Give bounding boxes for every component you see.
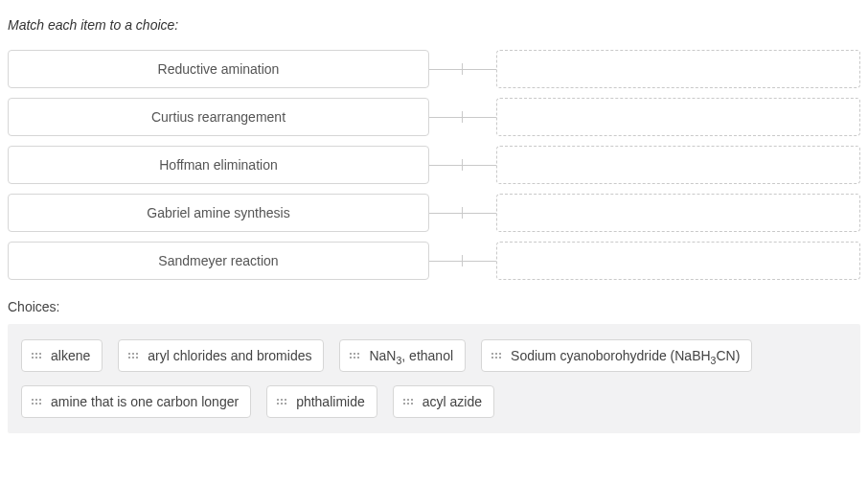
- item-label: Gabriel amine synthesis: [147, 205, 289, 220]
- choice-chip-aryl-chlorides-bromides[interactable]: aryl chlorides and bromides: [118, 339, 324, 372]
- drag-handle-icon: [491, 353, 501, 359]
- connector-line: [429, 242, 496, 280]
- choice-label: acyl azide: [423, 394, 482, 409]
- choice-label: Sodium cyanoborohydride (NaBH3CN): [511, 348, 740, 363]
- drag-handle-icon: [403, 399, 413, 405]
- drop-zone[interactable]: [496, 242, 860, 280]
- item-label: Curtius rearrangement: [151, 109, 286, 125]
- match-row: Hoffman elimination: [8, 146, 860, 184]
- item-box-curtius-rearrangement: Curtius rearrangement: [8, 98, 429, 136]
- match-row: Sandmeyer reaction: [8, 242, 860, 280]
- drop-zone[interactable]: [496, 98, 860, 136]
- choice-chip-phthalimide[interactable]: phthalimide: [266, 385, 377, 418]
- choice-label: NaN3, ethanol: [369, 348, 453, 363]
- drag-handle-icon: [32, 353, 41, 359]
- choice-chip-alkene[interactable]: alkene: [21, 339, 103, 372]
- drop-zone[interactable]: [496, 50, 860, 88]
- item-box-gabriel-amine-synthesis: Gabriel amine synthesis: [8, 194, 429, 232]
- choice-chip-sodium-cyanoborohydride[interactable]: Sodium cyanoborohydride (NaBH3CN): [481, 339, 752, 372]
- item-box-reductive-amination: Reductive amination: [8, 50, 429, 88]
- choices-inner: alkene aryl chlorides and bromides NaN3,…: [21, 339, 847, 418]
- connector-line: [429, 146, 496, 184]
- choice-label: aryl chlorides and bromides: [148, 348, 311, 363]
- drop-zone[interactable]: [496, 146, 860, 184]
- item-box-sandmeyer-reaction: Sandmeyer reaction: [8, 242, 429, 280]
- item-label: Hoffman elimination: [159, 157, 277, 173]
- item-label: Sandmeyer reaction: [158, 253, 278, 268]
- match-row: Reductive amination: [8, 50, 860, 88]
- item-label: Reductive amination: [158, 61, 280, 77]
- drag-handle-icon: [128, 353, 138, 359]
- connector-line: [429, 50, 496, 88]
- connector-line: [429, 194, 496, 232]
- choice-label: alkene: [51, 348, 90, 363]
- item-box-hoffman-elimination: Hoffman elimination: [8, 146, 429, 184]
- drop-zone[interactable]: [496, 194, 860, 232]
- drag-handle-icon: [350, 353, 359, 359]
- match-rows: Reductive amination Curtius rearrangemen…: [8, 50, 860, 280]
- choice-chip-acyl-azide[interactable]: acyl azide: [393, 385, 494, 418]
- choice-chip-amine-one-carbon-longer[interactable]: amine that is one carbon longer: [21, 385, 251, 418]
- choices-panel: alkene aryl chlorides and bromides NaN3,…: [8, 324, 860, 433]
- connector-line: [429, 98, 496, 136]
- choices-label: Choices:: [8, 299, 860, 314]
- choice-label: phthalimide: [296, 394, 365, 409]
- instruction-text: Match each item to a choice:: [8, 17, 860, 33]
- match-row: Gabriel amine synthesis: [8, 194, 860, 232]
- match-row: Curtius rearrangement: [8, 98, 860, 136]
- choice-label: amine that is one carbon longer: [51, 394, 239, 409]
- choice-chip-nan3-ethanol[interactable]: NaN3, ethanol: [339, 339, 466, 372]
- drag-handle-icon: [32, 399, 41, 405]
- drag-handle-icon: [277, 399, 286, 405]
